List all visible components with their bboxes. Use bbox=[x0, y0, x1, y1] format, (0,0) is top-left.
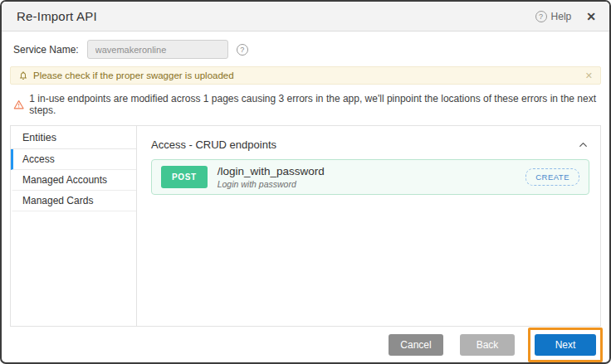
service-name-input bbox=[87, 40, 228, 59]
endpoint-path: /login_with_password bbox=[218, 165, 325, 177]
bell-icon bbox=[18, 70, 28, 80]
sidebar-item-access[interactable]: Access bbox=[11, 149, 136, 170]
collapse-section-control[interactable] bbox=[577, 138, 589, 151]
help-button[interactable]: ? Help bbox=[535, 11, 572, 22]
sidebar-item-managed-accounts[interactable]: Managed Accounts bbox=[11, 170, 136, 191]
content-panel: Entities Access Managed Accounts Managed… bbox=[10, 125, 601, 327]
endpoint-info: /login_with_password Login with password bbox=[218, 165, 325, 189]
chevron-up-icon bbox=[577, 138, 589, 151]
service-name-label: Service Name: bbox=[13, 44, 79, 56]
http-method-badge: POST bbox=[161, 166, 208, 188]
warning-row: 1 in-use endpoints are modified across 1… bbox=[13, 93, 598, 116]
close-icon[interactable]: ✕ bbox=[586, 11, 596, 22]
entities-header: Entities bbox=[11, 126, 136, 149]
help-icon: ? bbox=[535, 11, 547, 22]
endpoints-panel: Access - CRUD endpoints POST /login_with… bbox=[137, 126, 600, 326]
banner-close-icon[interactable]: ✕ bbox=[585, 71, 593, 80]
warning-text: 1 in-use endpoints are modified across 1… bbox=[29, 93, 598, 116]
next-highlight-box: Next bbox=[528, 328, 603, 362]
dialog-titlebar: Re-Import API ? Help ✕ bbox=[2, 2, 609, 32]
endpoints-section-header: Access - CRUD endpoints bbox=[151, 135, 589, 153]
banner-text: Please check if the proper swagger is up… bbox=[33, 70, 234, 80]
endpoints-section-title: Access - CRUD endpoints bbox=[151, 138, 276, 151]
reimport-api-dialog: Re-Import API ? Help ✕ Service Name: ? P… bbox=[0, 0, 611, 364]
dialog-title: Re-Import API bbox=[17, 9, 97, 23]
entities-sidebar: Entities Access Managed Accounts Managed… bbox=[11, 126, 137, 326]
dialog-footer: Cancel Back Next bbox=[2, 327, 609, 362]
service-name-row: Service Name: ? bbox=[2, 32, 609, 66]
create-action-button[interactable]: CREATE bbox=[525, 168, 579, 186]
help-label: Help bbox=[551, 11, 572, 22]
warning-triangle-icon bbox=[13, 99, 24, 110]
swagger-notice-banner: Please check if the proper swagger is up… bbox=[10, 66, 601, 85]
cancel-button[interactable]: Cancel bbox=[389, 334, 443, 356]
back-button[interactable]: Back bbox=[460, 334, 515, 356]
endpoint-description: Login with password bbox=[218, 179, 325, 189]
sidebar-item-managed-cards[interactable]: Managed Cards bbox=[11, 191, 136, 211]
endpoint-row: POST /login_with_password Login with pas… bbox=[151, 159, 589, 195]
next-button[interactable]: Next bbox=[535, 334, 596, 356]
service-help-icon[interactable]: ? bbox=[237, 44, 248, 56]
